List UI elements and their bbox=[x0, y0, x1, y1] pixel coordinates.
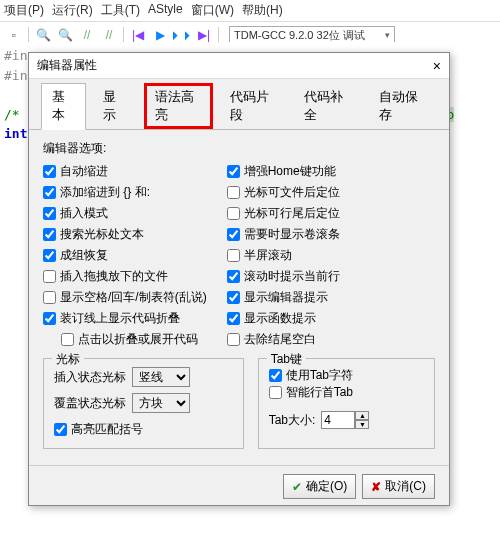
option-label: 需要时显示卷滚条 bbox=[244, 226, 340, 243]
menu-project[interactable]: 项目(P) bbox=[4, 2, 44, 19]
toolbar-separator bbox=[218, 27, 219, 43]
option-label: 插入模式 bbox=[60, 205, 108, 222]
chevron-down-icon: ▾ bbox=[385, 30, 390, 40]
option-checkbox[interactable] bbox=[61, 333, 74, 346]
option-label: 显示空格/回车/制表符(乱说) bbox=[60, 289, 207, 306]
option-checkbox[interactable] bbox=[227, 333, 240, 346]
cancel-button[interactable]: ✘ 取消(C) bbox=[362, 474, 435, 499]
check-icon: ✔ bbox=[292, 480, 302, 494]
tab-autosave[interactable]: 自动保存 bbox=[368, 83, 437, 129]
option-checkbox[interactable] bbox=[227, 249, 240, 262]
option-label: 自动缩进 bbox=[60, 163, 108, 180]
option-label: 去除结尾空白 bbox=[244, 331, 316, 348]
option-label: 增强Home键功能 bbox=[244, 163, 336, 180]
option-item: 光标可行尾后定位 bbox=[227, 205, 340, 222]
option-label: 显示编辑器提示 bbox=[244, 289, 328, 306]
smart-indent-checkbox[interactable] bbox=[269, 386, 282, 399]
menu-tools[interactable]: 工具(T) bbox=[101, 2, 140, 19]
option-item: 插入模式 bbox=[43, 205, 207, 222]
ok-button[interactable]: ✔ 确定(O) bbox=[283, 474, 356, 499]
editor-properties-dialog: 编辑器属性 × 基本 显示 语法高亮 代码片段 代码补全 自动保存 编辑器选项:… bbox=[28, 52, 450, 506]
overwrite-cursor-label: 覆盖状态光标 bbox=[54, 395, 126, 412]
menu-help[interactable]: 帮助(H) bbox=[242, 2, 283, 19]
overwrite-cursor-select[interactable]: 方块 bbox=[132, 393, 190, 413]
highlight-brackets-checkbox[interactable] bbox=[54, 423, 67, 436]
groups-row: 光标 插入状态光标 竖线 覆盖状态光标 方块 高亮匹配括号 Tab键 bbox=[43, 358, 435, 449]
dialog-title-text: 编辑器属性 bbox=[37, 57, 97, 74]
smart-indent-label: 智能行首Tab bbox=[286, 384, 353, 401]
option-item: 增强Home键功能 bbox=[227, 163, 340, 180]
option-item: 显示空格/回车/制表符(乱说) bbox=[43, 289, 207, 306]
options-label: 编辑器选项: bbox=[43, 140, 435, 157]
dialog-tabs: 基本 显示 语法高亮 代码片段 代码补全 自动保存 bbox=[29, 79, 449, 130]
option-item: 光标可文件后定位 bbox=[227, 184, 340, 201]
option-item: 自动缩进 bbox=[43, 163, 207, 180]
option-item: 插入拖拽放下的文件 bbox=[43, 268, 207, 285]
option-label: 半屏滚动 bbox=[244, 247, 292, 264]
option-item: 需要时显示卷滚条 bbox=[227, 226, 340, 243]
spinner-up-icon[interactable]: ▲ bbox=[355, 411, 369, 420]
option-checkbox[interactable] bbox=[43, 207, 56, 220]
toolbar-separator bbox=[28, 27, 29, 43]
option-checkbox[interactable] bbox=[43, 228, 56, 241]
option-label: 光标可行尾后定位 bbox=[244, 205, 340, 222]
option-item: 滚动时提示当前行 bbox=[227, 268, 340, 285]
spinner-down-icon[interactable]: ▼ bbox=[355, 420, 369, 429]
option-item: 半屏滚动 bbox=[227, 247, 340, 264]
option-label: 添加缩进到 {} 和: bbox=[60, 184, 150, 201]
option-label: 点击以折叠或展开代码 bbox=[78, 331, 198, 348]
cancel-icon: ✘ bbox=[371, 480, 381, 494]
option-checkbox[interactable] bbox=[227, 207, 240, 220]
tab-syntax-highlight[interactable]: 语法高亮 bbox=[144, 83, 213, 129]
dialog-buttons: ✔ 确定(O) ✘ 取消(C) bbox=[29, 465, 449, 507]
option-label: 显示函数提示 bbox=[244, 310, 316, 327]
option-checkbox[interactable] bbox=[43, 186, 56, 199]
tab-snippet[interactable]: 代码片段 bbox=[219, 83, 288, 129]
tab-legend: Tab键 bbox=[267, 351, 306, 368]
option-checkbox[interactable] bbox=[43, 291, 56, 304]
option-checkbox[interactable] bbox=[227, 291, 240, 304]
option-label: 光标可文件后定位 bbox=[244, 184, 340, 201]
option-checkbox[interactable] bbox=[43, 165, 56, 178]
tab-group: Tab键 使用Tab字符 智能行首Tab Tab大小: ▲ ▼ bbox=[258, 358, 435, 449]
option-checkbox[interactable] bbox=[43, 249, 56, 262]
highlight-brackets-label: 高亮匹配括号 bbox=[71, 421, 143, 438]
option-checkbox[interactable] bbox=[43, 270, 56, 283]
menu-astyle[interactable]: AStyle bbox=[148, 2, 183, 19]
toolbar-separator bbox=[123, 27, 124, 43]
cursor-group: 光标 插入状态光标 竖线 覆盖状态光标 方块 高亮匹配括号 bbox=[43, 358, 244, 449]
cursor-legend: 光标 bbox=[52, 351, 84, 368]
use-tab-label: 使用Tab字符 bbox=[286, 367, 353, 384]
compiler-label: TDM-GCC 9.2.0 32位 调试 bbox=[234, 28, 365, 43]
option-label: 插入拖拽放下的文件 bbox=[60, 268, 168, 285]
tab-basic[interactable]: 基本 bbox=[41, 83, 86, 130]
option-checkbox[interactable] bbox=[227, 270, 240, 283]
option-label: 装订线上显示代码折叠 bbox=[60, 310, 180, 327]
tab-size-input[interactable] bbox=[321, 411, 355, 429]
option-checkbox[interactable] bbox=[43, 312, 56, 325]
tab-completion[interactable]: 代码补全 bbox=[293, 83, 362, 129]
option-label: 成组恢复 bbox=[60, 247, 108, 264]
dialog-titlebar: 编辑器属性 × bbox=[29, 53, 449, 79]
option-checkbox[interactable] bbox=[227, 228, 240, 241]
option-checkbox[interactable] bbox=[227, 165, 240, 178]
option-item: 添加缩进到 {} 和: bbox=[43, 184, 207, 201]
tab-size-label: Tab大小: bbox=[269, 412, 316, 429]
tab-size-spinner[interactable]: ▲ ▼ bbox=[321, 411, 369, 429]
option-item: 点击以折叠或展开代码 bbox=[61, 331, 207, 348]
option-item: 搜索光标处文本 bbox=[43, 226, 207, 243]
use-tab-checkbox[interactable] bbox=[269, 369, 282, 382]
option-label: 滚动时提示当前行 bbox=[244, 268, 340, 285]
option-item: 成组恢复 bbox=[43, 247, 207, 264]
menu-run[interactable]: 运行(R) bbox=[52, 2, 93, 19]
option-checkbox[interactable] bbox=[227, 186, 240, 199]
editor-options: 自动缩进添加缩进到 {} 和:插入模式搜索光标处文本成组恢复插入拖拽放下的文件显… bbox=[43, 163, 435, 348]
option-label: 搜索光标处文本 bbox=[60, 226, 144, 243]
dialog-body: 编辑器选项: 自动缩进添加缩进到 {} 和:插入模式搜索光标处文本成组恢复插入拖… bbox=[29, 130, 449, 459]
tab-display[interactable]: 显示 bbox=[92, 83, 137, 129]
option-item: 显示函数提示 bbox=[227, 310, 340, 327]
insert-cursor-select[interactable]: 竖线 bbox=[132, 367, 190, 387]
close-icon[interactable]: × bbox=[433, 58, 441, 74]
option-checkbox[interactable] bbox=[227, 312, 240, 325]
menu-window[interactable]: 窗口(W) bbox=[191, 2, 234, 19]
